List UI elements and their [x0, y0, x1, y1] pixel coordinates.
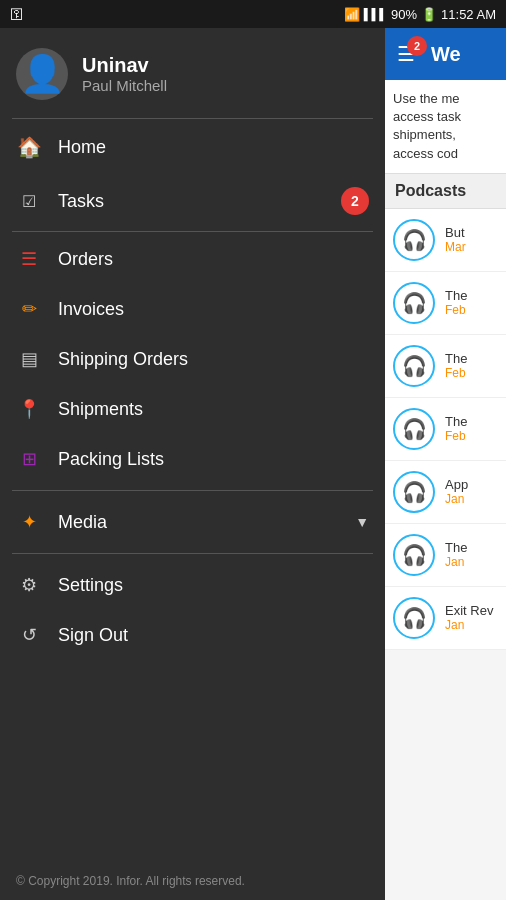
headphone-icon: 🎧	[402, 228, 427, 252]
headphone-icon: 🎧	[402, 291, 427, 315]
packing-lists-icon: ⊞	[16, 448, 42, 470]
battery-icon: 🔋	[421, 7, 437, 22]
podcasts-title: Podcasts	[395, 182, 466, 199]
sidebar-item-tasks[interactable]: ☑ Tasks 2	[0, 173, 385, 229]
sidebar-item-label: Packing Lists	[58, 449, 369, 470]
podcast-title: The	[445, 351, 467, 366]
list-item[interactable]: 🎧 The Jan	[385, 524, 506, 587]
sidebar-item-label: Settings	[58, 575, 369, 596]
chevron-down-icon: ▼	[355, 514, 369, 530]
welcome-content: Use the me access task shipments, access…	[385, 80, 506, 173]
podcast-date: Jan	[445, 492, 468, 506]
podcast-title: The	[445, 540, 467, 555]
sidebar-item-packing-lists[interactable]: ⊞ Packing Lists	[0, 434, 385, 484]
podcast-info: The Feb	[445, 351, 467, 380]
status-bar: ⚿ 📶 ▌▌▌ 90% 🔋 11:52 AM	[0, 0, 506, 28]
sidebar-item-settings[interactable]: ⚙ Settings	[0, 560, 385, 610]
settings-icon: ⚙	[16, 574, 42, 596]
media-icon: ✦	[16, 511, 42, 533]
sidebar-item-label: Sign Out	[58, 625, 369, 646]
sidebar-item-orders[interactable]: ☰ Orders	[0, 234, 385, 284]
right-header: ☰ 2 We	[385, 28, 506, 80]
sidebar-item-home[interactable]: 🏠 Home	[0, 121, 385, 173]
podcast-title: Exit Rev	[445, 603, 493, 618]
podcast-icon-circle: 🎧	[393, 597, 435, 639]
sidebar-item-sign-out[interactable]: ↺ Sign Out	[0, 610, 385, 660]
sidebar: 👤 Uninav Paul Mitchell 🏠 Home ☑ Tasks 2 …	[0, 28, 385, 900]
list-item[interactable]: 🎧 The Feb	[385, 272, 506, 335]
header-badge: 2	[407, 36, 427, 56]
home-icon: 🏠	[16, 135, 42, 159]
headphone-icon: 🎧	[402, 606, 427, 630]
podcast-title: The	[445, 414, 467, 429]
sidebar-item-media[interactable]: ✦ Media ▼	[0, 497, 385, 547]
sidebar-item-label: Shipping Orders	[58, 349, 369, 370]
sidebar-item-label: Media	[58, 512, 339, 533]
copyright-text: © Copyright 2019. Infor. All rights rese…	[0, 862, 385, 900]
podcast-date: Jan	[445, 555, 467, 569]
user-name: Uninav	[82, 54, 167, 77]
headphone-icon: 🎧	[402, 543, 427, 567]
podcast-info: But Mar	[445, 225, 466, 254]
sidebar-item-shipments[interactable]: 📍 Shipments	[0, 384, 385, 434]
podcasts-header: Podcasts	[385, 173, 506, 209]
battery-text: 90%	[391, 7, 417, 22]
podcast-icon-circle: 🎧	[393, 534, 435, 576]
podcast-icon-circle: 🎧	[393, 471, 435, 513]
tasks-badge: 2	[341, 187, 369, 215]
orders-icon: ☰	[16, 248, 42, 270]
sidebar-item-label: Orders	[58, 249, 369, 270]
podcast-date: Feb	[445, 303, 467, 317]
podcast-icon-circle: 🎧	[393, 282, 435, 324]
headphone-icon: 🎧	[402, 480, 427, 504]
podcast-info: The Feb	[445, 288, 467, 317]
headphone-icon: 🎧	[402, 417, 427, 441]
key-icon: ⚿	[10, 6, 24, 22]
list-item[interactable]: 🎧 But Mar	[385, 209, 506, 272]
invoices-icon: ✏	[16, 298, 42, 320]
sidebar-item-label: Home	[58, 137, 369, 158]
bottom-divider	[12, 553, 373, 554]
clock: 11:52 AM	[441, 7, 496, 22]
mid-divider	[12, 490, 373, 491]
user-section: 👤 Uninav Paul Mitchell	[0, 28, 385, 116]
sidebar-item-invoices[interactable]: ✏ Invoices	[0, 284, 385, 334]
podcast-info: The Jan	[445, 540, 467, 569]
podcast-icon-circle: 🎧	[393, 219, 435, 261]
podcast-info: The Feb	[445, 414, 467, 443]
podcast-icon-circle: 🎧	[393, 345, 435, 387]
list-item[interactable]: 🎧 Exit Rev Jan	[385, 587, 506, 650]
podcast-title: App	[445, 477, 468, 492]
podcast-date: Feb	[445, 429, 467, 443]
user-info: Uninav Paul Mitchell	[82, 54, 167, 94]
user-subtitle: Paul Mitchell	[82, 77, 167, 94]
list-item[interactable]: 🎧 The Feb	[385, 398, 506, 461]
avatar-icon: 👤	[20, 53, 65, 95]
list-item[interactable]: 🎧 App Jan	[385, 461, 506, 524]
podcast-info: Exit Rev Jan	[445, 603, 493, 632]
headphone-icon: 🎧	[402, 354, 427, 378]
sidebar-item-label: Shipments	[58, 399, 369, 420]
signal-icon: ▌▌▌	[364, 8, 387, 20]
sidebar-item-label: Invoices	[58, 299, 369, 320]
tasks-divider	[12, 231, 373, 232]
shipping-orders-icon: ▤	[16, 348, 42, 370]
welcome-text: Use the me access task shipments, access…	[393, 90, 498, 163]
wifi-icon: 📶	[344, 7, 360, 22]
podcast-icon-circle: 🎧	[393, 408, 435, 450]
sign-out-icon: ↺	[16, 624, 42, 646]
tasks-icon: ☑	[16, 192, 42, 211]
right-panel: ☰ 2 We Use the me access task shipments,…	[385, 28, 506, 900]
podcast-date: Jan	[445, 618, 493, 632]
podcast-title: But	[445, 225, 466, 240]
top-divider	[12, 118, 373, 119]
podcast-info: App Jan	[445, 477, 468, 506]
sidebar-item-shipping-orders[interactable]: ▤ Shipping Orders	[0, 334, 385, 384]
sidebar-item-label: Tasks	[58, 191, 325, 212]
podcast-date: Feb	[445, 366, 467, 380]
avatar: 👤	[16, 48, 68, 100]
shipments-icon: 📍	[16, 398, 42, 420]
header-title: We	[431, 43, 461, 66]
podcast-title: The	[445, 288, 467, 303]
list-item[interactable]: 🎧 The Feb	[385, 335, 506, 398]
